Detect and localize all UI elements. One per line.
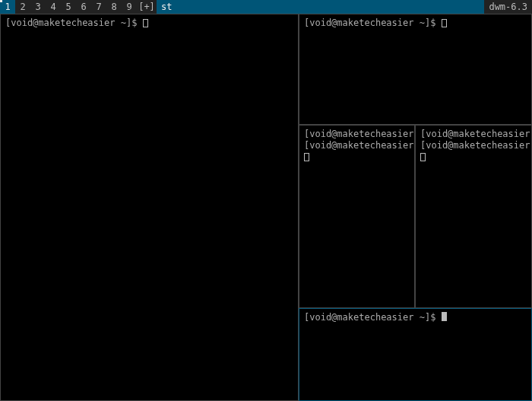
prompt-text: [void@maketecheasier ~]$ [304, 129, 415, 139]
tag-6[interactable]: 6 [76, 0, 91, 14]
prompt-text: [void@maketecheasier ~]$ [304, 140, 415, 151]
tag-2[interactable]: 2 [15, 0, 30, 14]
prompt-line [420, 151, 527, 163]
cursor-icon [304, 153, 309, 161]
tag-3[interactable]: 3 [30, 0, 46, 14]
prompt-text: [void@maketecheasier ~]$ [304, 18, 442, 28]
status-text: dwm-6.3 [484, 0, 532, 14]
prompt-line: [void@maketecheasier ~]$ [304, 140, 410, 151]
prompt-line: [void@maketecheasier ~]$ [304, 18, 527, 29]
prompt-text: [void@maketecheasier ~]$ [304, 312, 442, 323]
terminal-stack-mid-right[interactable]: [void@maketecheasier ~]$ [void@maketeche… [415, 125, 532, 308]
layout-symbol[interactable]: [+] [137, 0, 157, 14]
tag-1[interactable]: 1 [0, 0, 15, 14]
workspace: [void@maketecheasier ~]$ [void@maketeche… [0, 14, 532, 401]
tag-7[interactable]: 7 [91, 0, 106, 14]
prompt-line: [void@maketecheasier ~]$ [5, 18, 293, 29]
tag-8[interactable]: 8 [106, 0, 122, 14]
prompt-line: [void@maketecheasier ~]$ [420, 140, 527, 151]
cursor-icon [442, 312, 447, 321]
tag-4[interactable]: 4 [46, 0, 61, 14]
terminal-stack-top[interactable]: [void@maketecheasier ~]$ [299, 14, 532, 125]
window-title: st [157, 0, 484, 14]
tag-9[interactable]: 9 [122, 0, 137, 14]
prompt-line: [void@maketecheasier ~]$ [420, 129, 527, 140]
cursor-icon [143, 19, 148, 27]
tag-5[interactable]: 5 [61, 0, 76, 14]
prompt-text: [void@maketecheasier ~]$ [5, 18, 143, 28]
client-indicator [0, 0, 2, 2]
terminal-stack-mid-left[interactable]: [void@maketecheasier ~]$ [void@maketeche… [299, 125, 415, 308]
prompt-line: [void@maketecheasier ~]$ [304, 312, 527, 323]
prompt-line: [void@maketecheasier ~]$ [304, 129, 410, 140]
tag-list: 1 2 3 4 5 6 7 8 9 [0, 0, 137, 14]
prompt-text: [void@maketecheasier ~]$ [420, 129, 532, 139]
terminal-master[interactable]: [void@maketecheasier ~]$ [0, 14, 299, 401]
terminal-stack-bottom[interactable]: [void@maketecheasier ~]$ [299, 308, 532, 401]
cursor-icon [442, 19, 447, 27]
prompt-line [304, 151, 410, 163]
status-bar: 1 2 3 4 5 6 7 8 9 [+] st dwm-6.3 [0, 0, 532, 14]
cursor-icon [420, 153, 426, 161]
prompt-text: [void@maketecheasier ~]$ [420, 140, 532, 151]
